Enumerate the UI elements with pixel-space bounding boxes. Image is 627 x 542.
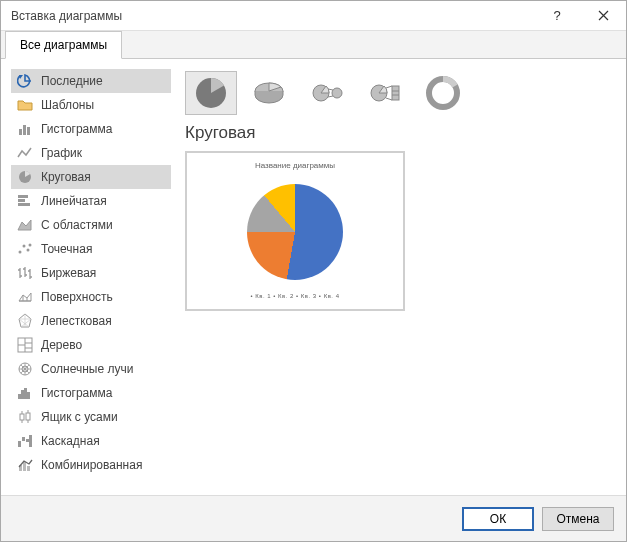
sidebar-item-bar[interactable]: Линейчатая [11, 189, 171, 213]
sidebar-item-label: Шаблоны [41, 98, 94, 112]
sidebar-item-label: Каскадная [41, 434, 100, 448]
sidebar-item-label: Последние [41, 74, 103, 88]
help-button[interactable]: ? [534, 1, 580, 31]
sidebar-item-radar[interactable]: Лепестковая [11, 309, 171, 333]
svg-point-7 [19, 251, 22, 254]
subtype-pie[interactable] [185, 71, 237, 115]
radar-chart-icon [17, 313, 33, 329]
tab-all-charts[interactable]: Все диаграммы [5, 31, 122, 59]
dialog-footer: ОК Отмена [1, 495, 626, 541]
titlebar: Вставка диаграммы ? [1, 1, 626, 31]
preview-legend: • Кв. 1 • Кв. 2 • Кв. 3 • Кв. 4 [251, 293, 340, 299]
subtype-bar-of-pie[interactable] [359, 71, 411, 115]
sidebar-item-label: Поверхность [41, 290, 113, 304]
sidebar-item-label: Гистограмма [41, 386, 112, 400]
scatter-chart-icon [17, 241, 33, 257]
tabs-row: Все диаграммы [1, 31, 626, 59]
sidebar-item-combo[interactable]: Комбинированная [11, 453, 171, 477]
bar-chart-icon [17, 193, 33, 209]
recent-icon [17, 73, 33, 89]
subtype-pie-3d[interactable] [243, 71, 295, 115]
content-pane: Круговая Название диаграммы • Кв. 1 • Кв… [171, 69, 616, 495]
ok-button[interactable]: ОК [462, 507, 534, 531]
line-chart-icon [17, 145, 33, 161]
svg-point-30 [332, 88, 342, 98]
svg-rect-5 [18, 199, 25, 202]
dialog-window: Вставка диаграммы ? Все диаграммы Послед… [0, 0, 627, 542]
sidebar-item-area[interactable]: С областями [11, 213, 171, 237]
sidebar-item-recent[interactable]: Последние [11, 69, 171, 93]
preview-chart-title: Название диаграммы [255, 161, 335, 170]
svg-rect-15 [21, 390, 24, 399]
treemap-icon [17, 337, 33, 353]
dialog-body: Последние Шаблоны Гистограмма График [1, 59, 626, 495]
sidebar-item-treemap[interactable]: Дерево [11, 333, 171, 357]
sidebar-item-scatter[interactable]: Точечная [11, 237, 171, 261]
subtype-doughnut[interactable] [417, 71, 469, 115]
sidebar-item-label: Круговая [41, 170, 91, 184]
sidebar-item-templates[interactable]: Шаблоны [11, 93, 171, 117]
preview-pie-wrap [247, 170, 343, 293]
sidebar-item-label: График [41, 146, 82, 160]
histogram-icon [17, 385, 33, 401]
area-chart-icon [17, 217, 33, 233]
sunburst-icon [17, 361, 33, 377]
sidebar-item-stock[interactable]: Биржевая [11, 261, 171, 285]
subtype-row [185, 69, 616, 117]
subtype-pie-of-pie[interactable] [301, 71, 353, 115]
svg-rect-32 [392, 86, 399, 100]
tab-label: Все диаграммы [20, 38, 107, 52]
preview-pie [247, 184, 343, 280]
svg-rect-19 [26, 413, 30, 420]
svg-point-9 [27, 249, 30, 252]
sidebar-item-label: Точечная [41, 242, 92, 256]
sidebar-item-pie[interactable]: Круговая [11, 165, 171, 189]
waterfall-icon [17, 433, 33, 449]
cancel-label: Отмена [556, 512, 599, 526]
folder-icon [17, 97, 33, 113]
pie-chart-icon [17, 169, 33, 185]
cancel-button[interactable]: Отмена [542, 507, 614, 531]
svg-rect-26 [27, 466, 30, 471]
sidebar-item-surface[interactable]: Поверхность [11, 285, 171, 309]
sidebar-item-histogram[interactable]: Гистограмма [11, 381, 171, 405]
sidebar-item-label: Ящик с усами [41, 410, 118, 424]
chart-preview[interactable]: Название диаграммы • Кв. 1 • Кв. 2 • Кв.… [185, 151, 405, 311]
svg-rect-21 [22, 437, 25, 441]
chart-category-list: Последние Шаблоны Гистограмма График [11, 69, 171, 495]
combo-chart-icon [17, 457, 33, 473]
sidebar-item-line[interactable]: График [11, 141, 171, 165]
sidebar-item-sunburst[interactable]: Солнечные лучи [11, 357, 171, 381]
boxwhisker-icon [17, 409, 33, 425]
chart-type-title: Круговая [185, 123, 616, 143]
sidebar-item-waterfall[interactable]: Каскадная [11, 429, 171, 453]
svg-rect-18 [20, 414, 24, 420]
sidebar-item-label: Дерево [41, 338, 82, 352]
surface-chart-icon [17, 289, 33, 305]
svg-rect-17 [27, 392, 30, 399]
sidebar-item-label: Лепестковая [41, 314, 112, 328]
svg-rect-23 [29, 435, 32, 447]
svg-rect-14 [18, 394, 21, 399]
ok-label: ОК [490, 512, 506, 526]
sidebar-item-boxwhisker[interactable]: Ящик с усами [11, 405, 171, 429]
svg-rect-22 [26, 439, 29, 442]
svg-rect-4 [18, 195, 28, 198]
sidebar-item-label: Гистограмма [41, 122, 112, 136]
svg-rect-0 [19, 129, 22, 135]
sidebar-item-label: Биржевая [41, 266, 96, 280]
window-title: Вставка диаграммы [11, 9, 122, 23]
svg-rect-1 [23, 125, 26, 135]
svg-point-10 [29, 244, 32, 247]
svg-rect-20 [18, 441, 21, 447]
svg-rect-6 [18, 203, 30, 206]
close-button[interactable] [580, 1, 626, 31]
svg-rect-16 [24, 388, 27, 399]
sidebar-item-label: Линейчатая [41, 194, 107, 208]
sidebar-item-column[interactable]: Гистограмма [11, 117, 171, 141]
sidebar-item-label: С областями [41, 218, 113, 232]
column-chart-icon [17, 121, 33, 137]
svg-point-8 [23, 245, 26, 248]
chart-preview-inner: Название диаграммы • Кв. 1 • Кв. 2 • Кв.… [191, 157, 399, 305]
sidebar-item-label: Солнечные лучи [41, 362, 133, 376]
